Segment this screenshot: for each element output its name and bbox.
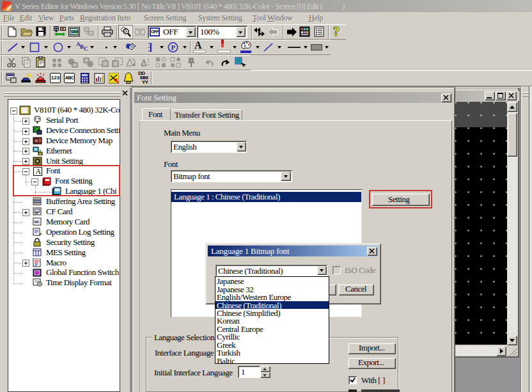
svg-text:?: ?: [333, 25, 340, 38]
svg-text:MC: MC: [35, 220, 41, 224]
svg-text:P: P: [171, 43, 176, 51]
svg-text:CF: CF: [35, 211, 38, 215]
